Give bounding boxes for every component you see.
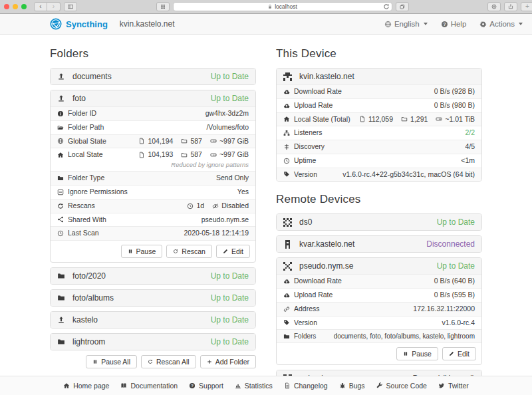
row-value: 0 B/s (980 B)	[434, 100, 475, 111]
minus-square-icon	[57, 189, 64, 196]
edit-button[interactable]: Edit	[216, 245, 250, 258]
device-status: Up to Date	[437, 217, 475, 227]
folder-status: Up to Date	[211, 293, 249, 303]
folder-icon	[57, 175, 64, 182]
device-header-kvar[interactable]: kvar.kastelo.net Disconnected	[277, 236, 481, 252]
tab-overview-button[interactable]	[396, 2, 409, 11]
pause-device-button[interactable]: Pause	[396, 347, 438, 360]
row-value: v1.6.0-rc.4	[442, 318, 475, 329]
row-label: Local State	[68, 150, 103, 160]
row-value: 4/5	[465, 142, 475, 152]
device-status: Up to Date	[437, 261, 475, 271]
folder-panel-foto: foto Up to Date Folder ID gw4hx-3dz2m Fo…	[50, 90, 256, 263]
reload-icon[interactable]	[383, 3, 390, 10]
folder-header-foto[interactable]: foto Up to Date	[51, 90, 255, 106]
rescan-all-button[interactable]: Rescan All	[141, 355, 196, 368]
actions-label: Actions	[489, 20, 515, 28]
folder-panel-kastelo: kastelo Up to Date	[50, 311, 256, 329]
folder-header-documents[interactable]: documents Up to Date	[51, 68, 255, 84]
sidebar-icon	[68, 4, 73, 9]
folder-header-foto-2020[interactable]: foto/2020 Up to Date	[51, 268, 255, 284]
folder-name: documents	[72, 72, 112, 81]
refresh-icon	[173, 249, 178, 254]
remote-devices-title: Remote Devices	[276, 193, 482, 206]
footer-link-statistics[interactable]: Statistics	[235, 382, 273, 390]
language-menu[interactable]: English	[384, 20, 428, 28]
row-label: Uptime	[294, 156, 316, 166]
close-window-button[interactable]	[4, 4, 9, 9]
home-icon	[283, 116, 290, 122]
back-button[interactable]: ‹	[34, 2, 47, 11]
folder-status: Up to Date	[211, 94, 249, 103]
row-value: 0 B/s (640 B)	[434, 276, 475, 287]
brand-label: Syncthing	[66, 19, 108, 29]
twitter-icon	[438, 382, 445, 389]
file-text-icon	[284, 382, 291, 389]
forward-button[interactable]: ›	[47, 2, 61, 11]
folders-title: Folders	[50, 47, 256, 61]
new-tab-button[interactable]: +	[521, 2, 532, 11]
table-row: Rescans 1d Disabled	[51, 199, 255, 213]
zoom-window-button[interactable]	[21, 4, 27, 9]
brand[interactable]: Syncthing	[50, 18, 108, 30]
this-device-header[interactable]: kvin.kastelo.net	[277, 68, 481, 84]
help-icon	[441, 21, 448, 28]
footer-link-twitter[interactable]: Twitter	[438, 382, 469, 390]
folder-outline-icon	[181, 152, 188, 158]
bar-chart-icon	[235, 382, 241, 389]
row-value: Send Only	[216, 173, 249, 184]
footer-link-bugs[interactable]: Bugs	[339, 382, 365, 390]
footer-link-support[interactable]: Support	[189, 382, 223, 390]
sidebar-toggle-button[interactable]	[64, 2, 77, 11]
folder-outline-icon	[401, 116, 408, 122]
row-value: 104,193 587 ~997 GiB	[138, 150, 249, 160]
table-row: Folder Type Send Only	[51, 171, 255, 185]
actions-menu[interactable]: Actions	[479, 20, 523, 28]
folders-column: Folders documents Up to Date foto Up to …	[50, 43, 256, 376]
footer-link-changelog[interactable]: Changelog	[284, 382, 328, 390]
folder-header-kastelo[interactable]: kastelo Up to Date	[51, 312, 255, 328]
help-menu[interactable]: Help	[441, 20, 467, 28]
downloads-button[interactable]	[487, 2, 501, 11]
footer-link-source-code[interactable]: Source Code	[376, 382, 427, 390]
device-header-ds0[interactable]: ds0 Up to Date	[277, 214, 481, 230]
cloud-upload-icon	[283, 292, 290, 299]
screen: ‹ › localhost +	[0, 0, 532, 395]
table-row: Ignore Permissions Yes	[51, 185, 255, 199]
rescan-button[interactable]: Rescan	[166, 245, 212, 258]
minimize-window-button[interactable]	[13, 4, 18, 9]
url-text: localhost	[275, 3, 297, 10]
syncthing-logo-icon	[50, 18, 62, 30]
pause-button[interactable]: Pause	[121, 245, 163, 258]
grid-icon	[160, 4, 166, 9]
row-label: Local State (Total)	[294, 114, 350, 125]
folder-header-foto-albums[interactable]: foto/albums Up to Date	[51, 290, 255, 306]
table-row: Upload Rate 0 B/s (980 B)	[277, 98, 481, 112]
footer-link-home[interactable]: Home page	[63, 382, 109, 390]
add-folder-button[interactable]: Add Folder	[200, 355, 256, 368]
folder-status: Up to Date	[211, 72, 249, 81]
row-label: Folders	[294, 331, 316, 341]
footer-link-documentation[interactable]: Documentation	[120, 382, 178, 390]
edit-device-button[interactable]: Edit	[442, 347, 476, 360]
browser-chrome: ‹ › localhost +	[0, 0, 532, 14]
row-label: Download Rate	[294, 276, 342, 287]
device-header-pseudo[interactable]: pseudo.nym.se Up to Date	[277, 258, 481, 274]
pause-all-folders-button[interactable]: Pause All	[86, 355, 137, 368]
row-value: 104,194 587 ~997 GiB	[138, 136, 249, 147]
device-panel-kvar: kvar.kastelo.net Disconnected	[276, 235, 482, 253]
row-label: Listeners	[294, 128, 323, 138]
folder-name: foto	[72, 94, 86, 103]
favorites-grid-button[interactable]	[156, 2, 170, 11]
this-device-panel: kvin.kastelo.net Download Rate 0 B/s (92…	[276, 68, 482, 182]
row-value: <1m	[461, 156, 475, 166]
row-label: Discovery	[294, 142, 325, 152]
pause-icon	[403, 351, 408, 356]
address-bar[interactable]: localhost	[173, 2, 392, 11]
home-icon	[57, 152, 64, 158]
share-button[interactable]	[504, 2, 517, 11]
row-label: Address	[294, 304, 320, 315]
device-header-uploads[interactable]: uploads Paused (Unused)	[277, 370, 481, 376]
folder-header-lightroom[interactable]: lightroom Up to Date	[51, 334, 255, 350]
refresh-icon	[148, 359, 153, 364]
